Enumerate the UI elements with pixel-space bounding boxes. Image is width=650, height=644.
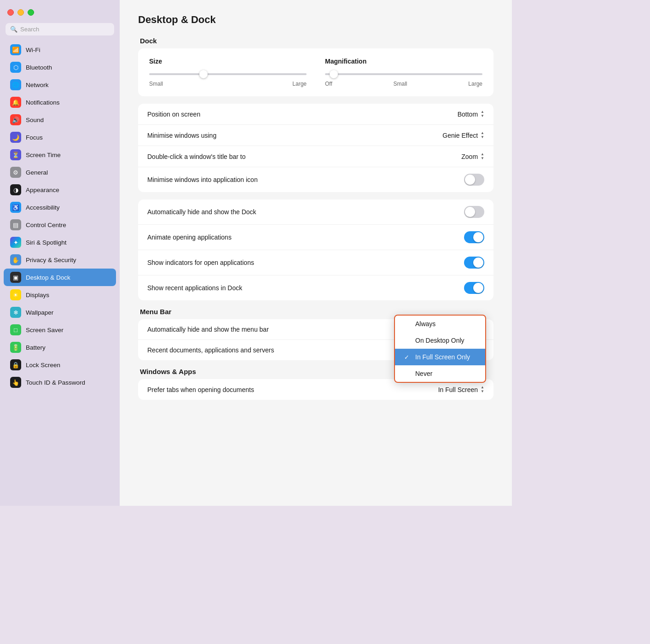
dropdown-option-in-full-screen-only[interactable]: ✓In Full Screen Only (395, 349, 485, 365)
sidebar: 🔍 📶Wi-Fi⬡Bluetooth🌐Network🔔Notifications… (0, 0, 120, 506)
prefer-tabs-picker[interactable]: In Full Screen ▲ ▼ (438, 386, 484, 393)
sidebar-item-wifi[interactable]: 📶Wi-Fi (4, 41, 116, 59)
menubar-settings-card: Automatically hide and show the menu bar… (138, 319, 493, 360)
sidebar-item-displays[interactable]: ☀Displays (4, 286, 116, 304)
sidebar-item-notifications[interactable]: 🔔Notifications (4, 94, 116, 111)
chevron-up-icon: ▲ (481, 386, 484, 389)
search-input[interactable] (20, 26, 110, 33)
network-icon: 🌐 (10, 79, 21, 90)
size-slider-thumb[interactable] (199, 70, 208, 78)
doubleclick-value: Zoom (461, 153, 478, 160)
page-title: Desktop & Dock (138, 14, 493, 26)
position-picker[interactable]: Bottom ▲ ▼ (458, 110, 484, 118)
magnification-slider-track-wrap[interactable] (325, 70, 482, 79)
prefer-tabs-chevron: ▲ ▼ (481, 386, 484, 393)
minimise-picker[interactable]: Genie Effect ▲ ▼ (442, 131, 484, 139)
sidebar-item-appearance[interactable]: ◑Appearance (4, 181, 116, 199)
position-chevron: ▲ ▼ (481, 110, 484, 118)
sidebar-item-label: Privacy & Security (26, 257, 76, 263)
sidebar-item-focus[interactable]: 🌙Focus (4, 129, 116, 146)
size-slider-track-wrap[interactable] (149, 70, 307, 79)
doubleclick-chevron: ▲ ▼ (481, 152, 484, 160)
menubar-hide-dropdown[interactable]: AlwaysOn Desktop Only✓In Full Screen Onl… (394, 315, 486, 383)
sidebar-item-label: Screen Saver (26, 327, 64, 334)
sidebar-item-label: Displays (26, 292, 49, 299)
magnification-slider-thumb[interactable] (330, 70, 338, 78)
sidebar-item-label: Accessibility (26, 204, 60, 211)
magnification-slider-labels: Off Small Large (325, 81, 482, 87)
dropdown-option-never[interactable]: Never (395, 365, 485, 382)
sidebar-item-label: Appearance (26, 187, 59, 193)
main-content: Desktop & Dock Dock Size Small Large Ma (120, 0, 512, 506)
sliders-card: Size Small Large Magnification (138, 48, 493, 96)
appearance-icon: ◑ (10, 184, 21, 195)
battery-icon: 🔋 (10, 342, 21, 353)
minimise-label: Minimise windows using (147, 132, 216, 139)
animate-toggle[interactable] (464, 231, 484, 243)
magnification-small-label: Small (394, 81, 407, 87)
doubleclick-picker[interactable]: Zoom ▲ ▼ (461, 152, 484, 160)
screentime-icon: ⏳ (10, 149, 21, 160)
indicators-label: Show indicators for open applications (147, 259, 254, 266)
sidebar-item-desktop[interactable]: ▣Desktop & Dock (4, 269, 116, 286)
sound-icon: 🔊 (10, 114, 21, 125)
wallpaper-icon: ❄ (10, 307, 21, 318)
chevron-up-icon: ▲ (481, 110, 484, 114)
dropdown-option-label: On Desktop Only (415, 337, 464, 344)
recent-row: Show recent applications in Dock (138, 275, 493, 300)
checkmark-icon: ✓ (404, 354, 412, 361)
doubleclick-label: Double-click a window's title bar to (147, 153, 246, 160)
wifi-icon: 📶 (10, 44, 21, 55)
dropdown-option-on-desktop-only[interactable]: On Desktop Only (395, 332, 485, 349)
sidebar-item-network[interactable]: 🌐Network (4, 76, 116, 94)
displays-icon: ☀ (10, 289, 21, 300)
dropdown-option-always[interactable]: Always (395, 316, 485, 332)
minimize-button[interactable] (17, 9, 24, 16)
close-button[interactable] (7, 9, 14, 16)
position-label: Position on screen (147, 111, 200, 118)
sidebar-item-privacy[interactable]: ✋Privacy & Security (4, 251, 116, 269)
sidebar-item-label: Sound (26, 117, 44, 123)
prefer-tabs-value: In Full Screen (438, 386, 478, 393)
sidebar-item-battery[interactable]: 🔋Battery (4, 339, 116, 356)
position-row: Position on screen Bottom ▲ ▼ (138, 104, 493, 125)
chevron-down-icon: ▼ (481, 390, 484, 393)
autohide-menubar-row: Automatically hide and show the menu bar… (138, 319, 493, 340)
sidebar-item-screentime[interactable]: ⏳Screen Time (4, 146, 116, 164)
recent-label: Show recent applications in Dock (147, 284, 242, 292)
sidebar-item-sound[interactable]: 🔊Sound (4, 111, 116, 129)
sidebar-item-accessibility[interactable]: ♿Accessibility (4, 199, 116, 216)
sidebar-item-controlcentre[interactable]: ▤Control Centre (4, 216, 116, 234)
sidebar-item-bluetooth[interactable]: ⬡Bluetooth (4, 59, 116, 76)
dock-settings-card-1: Position on screen Bottom ▲ ▼ Minimise w… (138, 104, 493, 192)
maximize-button[interactable] (28, 9, 34, 16)
accessibility-icon: ♿ (10, 202, 21, 213)
indicators-toggle[interactable] (464, 257, 484, 269)
search-box[interactable]: 🔍 (6, 23, 114, 35)
doubleclick-row: Double-click a window's title bar to Zoo… (138, 146, 493, 167)
sidebar-item-lockscreen[interactable]: 🔒Lock Screen (4, 356, 116, 374)
dropdown-option-label: Always (415, 320, 435, 328)
toggle-knob (473, 232, 483, 242)
toggle-knob (465, 175, 475, 185)
privacy-icon: ✋ (10, 254, 21, 265)
sidebar-item-label: Focus (26, 134, 43, 141)
animate-label: Animate opening applications (147, 234, 232, 241)
sidebar-items-container: 📶Wi-Fi⬡Bluetooth🌐Network🔔Notifications🔊S… (0, 41, 120, 391)
toggle-knob (473, 258, 483, 268)
controlcentre-icon: ▤ (10, 219, 21, 230)
sidebar-item-screensaver[interactable]: □Screen Saver (4, 321, 116, 339)
chevron-up-icon: ▲ (481, 131, 484, 135)
minimise-icon-label: Minimise windows into application icon (147, 176, 258, 183)
recent-toggle[interactable] (464, 282, 484, 294)
sidebar-item-label: Battery (26, 344, 46, 351)
sidebar-item-label: Wi-Fi (26, 47, 40, 53)
chevron-up-icon: ▲ (481, 152, 484, 156)
sidebar-item-general[interactable]: ⚙General (4, 164, 116, 181)
toggle-knob (473, 283, 483, 293)
autohide-dock-toggle[interactable] (464, 206, 484, 218)
sidebar-item-siri[interactable]: ✦Siri & Spotlight (4, 234, 116, 251)
sidebar-item-wallpaper[interactable]: ❄Wallpaper (4, 304, 116, 321)
sidebar-item-touchid[interactable]: 👆Touch ID & Password (4, 374, 116, 391)
minimise-icon-toggle[interactable] (464, 174, 484, 186)
